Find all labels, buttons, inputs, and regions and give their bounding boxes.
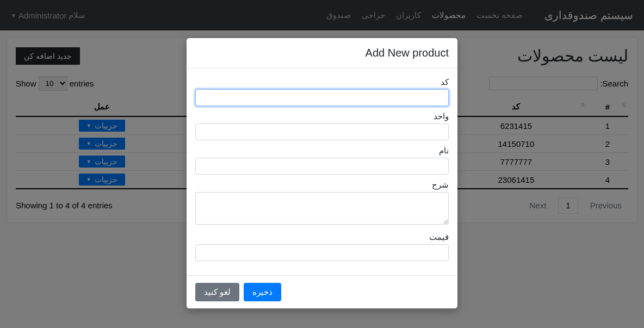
modal-overlay[interactable]: Add New product کد واحد نام شرح قیمت bbox=[0, 0, 644, 328]
modal-footer: لغو کنید ذخیره bbox=[187, 275, 457, 308]
save-button[interactable]: ذخیره bbox=[244, 283, 281, 301]
modal-title: Add New product bbox=[195, 47, 449, 59]
label-code: کد bbox=[195, 77, 449, 87]
modal-body: کد واحد نام شرح قیمت bbox=[187, 69, 457, 275]
add-product-modal: Add New product کد واحد نام شرح قیمت bbox=[187, 38, 457, 308]
input-unit[interactable] bbox=[195, 123, 449, 140]
label-name: نام bbox=[195, 146, 449, 156]
input-code[interactable] bbox=[195, 89, 449, 106]
input-price[interactable] bbox=[195, 244, 449, 261]
cancel-button[interactable]: لغو کنید bbox=[195, 283, 239, 301]
label-unit: واحد bbox=[195, 112, 449, 121]
label-desc: شرح bbox=[195, 180, 449, 190]
label-price: قیمت bbox=[195, 232, 449, 242]
modal-header: Add New product bbox=[187, 38, 457, 69]
input-name[interactable] bbox=[195, 158, 449, 175]
input-desc[interactable] bbox=[195, 192, 449, 225]
